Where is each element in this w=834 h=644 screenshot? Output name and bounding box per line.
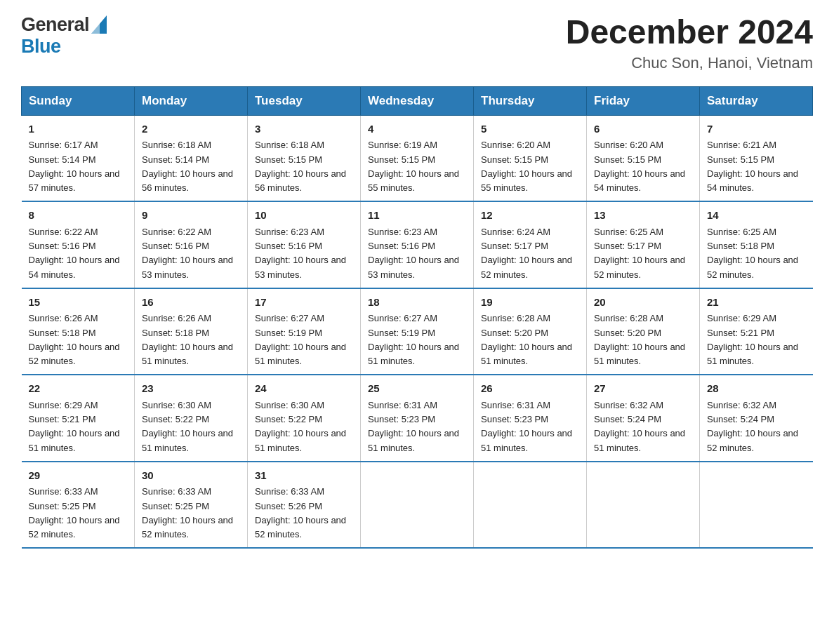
day-number: 1 [29, 121, 128, 137]
day-number: 12 [481, 208, 579, 224]
day-number: 26 [481, 381, 579, 397]
day-info: Sunrise: 6:23 AMSunset: 5:16 PMDaylight:… [368, 227, 459, 280]
day-info: Sunrise: 6:29 AMSunset: 5:21 PMDaylight:… [29, 400, 120, 453]
day-info: Sunrise: 6:17 AMSunset: 5:14 PMDaylight:… [29, 140, 120, 193]
day-info: Sunrise: 6:18 AMSunset: 5:14 PMDaylight:… [142, 140, 233, 193]
day-info: Sunrise: 6:33 AMSunset: 5:25 PMDaylight:… [142, 486, 233, 539]
day-number: 29 [29, 468, 128, 484]
day-number: 22 [29, 381, 128, 397]
day-info: Sunrise: 6:22 AMSunset: 5:16 PMDaylight:… [29, 227, 120, 280]
calendar-cell: 10Sunrise: 6:23 AMSunset: 5:16 PMDayligh… [248, 201, 361, 288]
day-info: Sunrise: 6:19 AMSunset: 5:15 PMDaylight:… [368, 140, 459, 193]
day-info: Sunrise: 6:23 AMSunset: 5:16 PMDaylight:… [255, 227, 346, 280]
calendar-cell: 7Sunrise: 6:21 AMSunset: 5:15 PMDaylight… [700, 115, 813, 201]
day-number: 5 [481, 121, 579, 137]
calendar-cell: 9Sunrise: 6:22 AMSunset: 5:16 PMDaylight… [135, 201, 248, 288]
day-info: Sunrise: 6:33 AMSunset: 5:25 PMDaylight:… [29, 486, 120, 539]
calendar-cell: 21Sunrise: 6:29 AMSunset: 5:21 PMDayligh… [700, 288, 813, 375]
calendar-cell: 26Sunrise: 6:31 AMSunset: 5:23 PMDayligh… [474, 375, 587, 462]
calendar-cell: 16Sunrise: 6:26 AMSunset: 5:18 PMDayligh… [135, 288, 248, 375]
day-number: 19 [481, 295, 579, 311]
calendar-cell: 1Sunrise: 6:17 AMSunset: 5:14 PMDaylight… [22, 115, 135, 201]
day-header-thursday: Thursday [474, 86, 587, 115]
calendar-cell [700, 462, 813, 549]
day-number: 15 [29, 295, 128, 311]
day-number: 30 [142, 468, 240, 484]
day-number: 3 [255, 121, 353, 137]
logo-blue-text: Blue [21, 36, 61, 57]
day-number: 14 [707, 208, 806, 224]
calendar-cell: 29Sunrise: 6:33 AMSunset: 5:25 PMDayligh… [22, 462, 135, 549]
calendar-cell: 20Sunrise: 6:28 AMSunset: 5:20 PMDayligh… [587, 288, 700, 375]
calendar-cell: 6Sunrise: 6:20 AMSunset: 5:15 PMDaylight… [587, 115, 700, 201]
calendar-cell: 14Sunrise: 6:25 AMSunset: 5:18 PMDayligh… [700, 201, 813, 288]
day-number: 6 [594, 121, 692, 137]
day-info: Sunrise: 6:22 AMSunset: 5:16 PMDaylight:… [142, 227, 233, 280]
day-info: Sunrise: 6:26 AMSunset: 5:18 PMDaylight:… [29, 313, 120, 366]
calendar-cell: 12Sunrise: 6:24 AMSunset: 5:17 PMDayligh… [474, 201, 587, 288]
day-number: 9 [142, 208, 240, 224]
day-info: Sunrise: 6:30 AMSunset: 5:22 PMDaylight:… [255, 400, 346, 453]
day-info: Sunrise: 6:20 AMSunset: 5:15 PMDaylight:… [594, 140, 685, 193]
day-number: 7 [707, 121, 806, 137]
calendar-header-row: SundayMondayTuesdayWednesdayThursdayFrid… [22, 86, 813, 115]
calendar-week-row: 29Sunrise: 6:33 AMSunset: 5:25 PMDayligh… [22, 462, 813, 549]
logo-triangle [91, 15, 107, 36]
day-info: Sunrise: 6:32 AMSunset: 5:24 PMDaylight:… [707, 400, 798, 453]
calendar-cell: 8Sunrise: 6:22 AMSunset: 5:16 PMDaylight… [22, 201, 135, 288]
day-number: 17 [255, 295, 353, 311]
calendar-table: SundayMondayTuesdayWednesdayThursdayFrid… [21, 86, 813, 549]
day-number: 21 [707, 295, 806, 311]
calendar-cell: 15Sunrise: 6:26 AMSunset: 5:18 PMDayligh… [22, 288, 135, 375]
day-number: 10 [255, 208, 353, 224]
location: Chuc Son, Hanoi, Vietnam [566, 54, 813, 72]
calendar-week-row: 15Sunrise: 6:26 AMSunset: 5:18 PMDayligh… [22, 288, 813, 375]
calendar-cell: 24Sunrise: 6:30 AMSunset: 5:22 PMDayligh… [248, 375, 361, 462]
calendar-cell: 2Sunrise: 6:18 AMSunset: 5:14 PMDaylight… [135, 115, 248, 201]
calendar-cell: 17Sunrise: 6:27 AMSunset: 5:19 PMDayligh… [248, 288, 361, 375]
day-info: Sunrise: 6:28 AMSunset: 5:20 PMDaylight:… [594, 313, 685, 366]
day-info: Sunrise: 6:27 AMSunset: 5:19 PMDaylight:… [255, 313, 346, 366]
calendar-cell: 4Sunrise: 6:19 AMSunset: 5:15 PMDaylight… [361, 115, 474, 201]
day-number: 4 [368, 121, 466, 137]
header-right: December 2024 Chuc Son, Hanoi, Vietnam [566, 14, 813, 72]
day-info: Sunrise: 6:26 AMSunset: 5:18 PMDaylight:… [142, 313, 233, 366]
day-number: 27 [594, 381, 692, 397]
month-year: December 2024 [566, 14, 813, 51]
day-number: 16 [142, 295, 240, 311]
day-info: Sunrise: 6:21 AMSunset: 5:15 PMDaylight:… [707, 140, 798, 193]
day-info: Sunrise: 6:31 AMSunset: 5:23 PMDaylight:… [368, 400, 459, 453]
calendar-cell: 11Sunrise: 6:23 AMSunset: 5:16 PMDayligh… [361, 201, 474, 288]
calendar-cell: 25Sunrise: 6:31 AMSunset: 5:23 PMDayligh… [361, 375, 474, 462]
day-info: Sunrise: 6:18 AMSunset: 5:15 PMDaylight:… [255, 140, 346, 193]
day-info: Sunrise: 6:25 AMSunset: 5:17 PMDaylight:… [594, 227, 685, 280]
calendar-cell: 18Sunrise: 6:27 AMSunset: 5:19 PMDayligh… [361, 288, 474, 375]
calendar-cell: 28Sunrise: 6:32 AMSunset: 5:24 PMDayligh… [700, 375, 813, 462]
day-info: Sunrise: 6:27 AMSunset: 5:19 PMDaylight:… [368, 313, 459, 366]
day-number: 28 [707, 381, 806, 397]
day-number: 31 [255, 468, 353, 484]
calendar-cell: 27Sunrise: 6:32 AMSunset: 5:24 PMDayligh… [587, 375, 700, 462]
day-number: 25 [368, 381, 466, 397]
calendar-cell [361, 462, 474, 549]
day-info: Sunrise: 6:20 AMSunset: 5:15 PMDaylight:… [481, 140, 572, 193]
logo: General Blue [21, 14, 107, 58]
calendar-cell: 22Sunrise: 6:29 AMSunset: 5:21 PMDayligh… [22, 375, 135, 462]
day-info: Sunrise: 6:32 AMSunset: 5:24 PMDaylight:… [594, 400, 685, 453]
calendar-cell: 30Sunrise: 6:33 AMSunset: 5:25 PMDayligh… [135, 462, 248, 549]
day-info: Sunrise: 6:28 AMSunset: 5:20 PMDaylight:… [481, 313, 572, 366]
calendar-cell: 3Sunrise: 6:18 AMSunset: 5:15 PMDaylight… [248, 115, 361, 201]
calendar-cell [587, 462, 700, 549]
day-info: Sunrise: 6:24 AMSunset: 5:17 PMDaylight:… [481, 227, 572, 280]
day-info: Sunrise: 6:29 AMSunset: 5:21 PMDaylight:… [707, 313, 798, 366]
calendar-cell: 19Sunrise: 6:28 AMSunset: 5:20 PMDayligh… [474, 288, 587, 375]
svg-marker-1 [91, 22, 100, 34]
calendar-week-row: 1Sunrise: 6:17 AMSunset: 5:14 PMDaylight… [22, 115, 813, 201]
day-number: 13 [594, 208, 692, 224]
day-info: Sunrise: 6:30 AMSunset: 5:22 PMDaylight:… [142, 400, 233, 453]
day-info: Sunrise: 6:31 AMSunset: 5:23 PMDaylight:… [481, 400, 572, 453]
day-header-friday: Friday [587, 86, 700, 115]
calendar-cell: 31Sunrise: 6:33 AMSunset: 5:26 PMDayligh… [248, 462, 361, 549]
day-header-saturday: Saturday [700, 86, 813, 115]
day-header-sunday: Sunday [22, 86, 135, 115]
